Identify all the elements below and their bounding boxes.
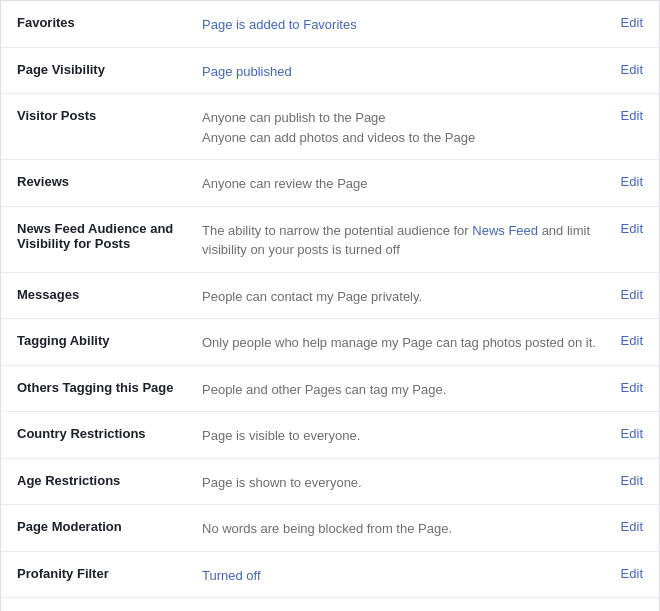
row-edit-country-restrictions: Edit (613, 424, 643, 441)
row-label-age-restrictions: Age Restrictions (17, 471, 202, 488)
edit-button-news-feed-audience[interactable]: Edit (621, 221, 643, 236)
row-edit-age-restrictions: Edit (613, 471, 643, 488)
settings-row-page-visibility: Page VisibilityPage publishedEdit (1, 48, 659, 95)
row-label-country-restrictions: Country Restrictions (17, 424, 202, 441)
edit-button-page-moderation[interactable]: Edit (621, 519, 643, 534)
row-label-page-moderation: Page Moderation (17, 517, 202, 534)
edit-button-others-tagging[interactable]: Edit (621, 380, 643, 395)
row-value-favorites: Page is added to Favorites (202, 13, 613, 35)
row-value-age-restrictions: Page is shown to everyone. (202, 471, 613, 493)
row-label-tagging-ability: Tagging Ability (17, 331, 202, 348)
settings-row-others-tagging: Others Tagging this PagePeople and other… (1, 366, 659, 413)
settings-row-tagging-ability: Tagging AbilityOnly people who help mana… (1, 319, 659, 366)
row-edit-favorites: Edit (613, 13, 643, 30)
row-value-news-feed-audience: The ability to narrow the potential audi… (202, 219, 613, 260)
settings-row-visitor-posts: Visitor PostsAnyone can publish to the P… (1, 94, 659, 160)
row-label-messages: Messages (17, 285, 202, 302)
row-edit-others-tagging: Edit (613, 378, 643, 395)
row-label-profanity-filter: Profanity Filter (17, 564, 202, 581)
edit-button-messages[interactable]: Edit (621, 287, 643, 302)
row-label-favorites: Favorites (17, 13, 202, 30)
row-edit-news-feed-audience: Edit (613, 219, 643, 236)
row-value-messages: People can contact my Page privately. (202, 285, 613, 307)
settings-row-page-moderation: Page ModerationNo words are being blocke… (1, 505, 659, 552)
row-edit-reviews: Edit (613, 172, 643, 189)
settings-row-reviews: ReviewsAnyone can review the PageEdit (1, 160, 659, 207)
edit-button-profanity-filter[interactable]: Edit (621, 566, 643, 581)
row-value-others-tagging: People and other Pages can tag my Page. (202, 378, 613, 400)
settings-row-country-restrictions: Country RestrictionsPage is visible to e… (1, 412, 659, 459)
edit-button-reviews[interactable]: Edit (621, 174, 643, 189)
settings-row-age-restrictions: Age RestrictionsPage is shown to everyon… (1, 459, 659, 506)
settings-row-similar-page-suggestions: Similar Page SuggestionsChoose whether y… (1, 598, 659, 611)
row-edit-messages: Edit (613, 285, 643, 302)
row-edit-page-moderation: Edit (613, 517, 643, 534)
edit-button-age-restrictions[interactable]: Edit (621, 473, 643, 488)
row-value-country-restrictions: Page is visible to everyone. (202, 424, 613, 446)
row-edit-page-visibility: Edit (613, 60, 643, 77)
edit-button-country-restrictions[interactable]: Edit (621, 426, 643, 441)
row-value-page-visibility: Page published (202, 60, 613, 82)
row-edit-profanity-filter: Edit (613, 564, 643, 581)
settings-row-favorites: FavoritesPage is added to FavoritesEdit (1, 1, 659, 48)
edit-button-favorites[interactable]: Edit (621, 15, 643, 30)
row-edit-tagging-ability: Edit (613, 331, 643, 348)
row-label-others-tagging: Others Tagging this Page (17, 378, 202, 395)
edit-button-visitor-posts[interactable]: Edit (621, 108, 643, 123)
row-label-visitor-posts: Visitor Posts (17, 106, 202, 123)
row-value-visitor-posts: Anyone can publish to the PageAnyone can… (202, 106, 613, 147)
row-value-tagging-ability: Only people who help manage my Page can … (202, 331, 613, 353)
settings-row-messages: MessagesPeople can contact my Page priva… (1, 273, 659, 320)
row-label-reviews: Reviews (17, 172, 202, 189)
row-label-page-visibility: Page Visibility (17, 60, 202, 77)
settings-row-profanity-filter: Profanity FilterTurned offEdit (1, 552, 659, 599)
settings-row-news-feed-audience: News Feed Audience and Visibility for Po… (1, 207, 659, 273)
edit-button-page-visibility[interactable]: Edit (621, 62, 643, 77)
row-value-page-moderation: No words are being blocked from the Page… (202, 517, 613, 539)
row-value-profanity-filter: Turned off (202, 564, 613, 586)
row-edit-visitor-posts: Edit (613, 106, 643, 123)
row-label-news-feed-audience: News Feed Audience and Visibility for Po… (17, 219, 202, 251)
edit-button-tagging-ability[interactable]: Edit (621, 333, 643, 348)
settings-table: FavoritesPage is added to FavoritesEditP… (0, 0, 660, 611)
row-value-reviews: Anyone can review the Page (202, 172, 613, 194)
